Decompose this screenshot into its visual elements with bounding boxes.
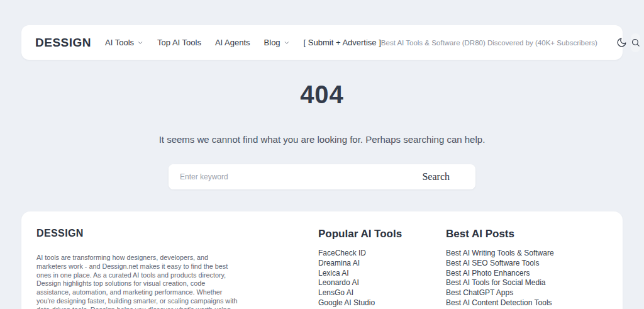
footer-column-title: Best AI Posts — [446, 228, 554, 240]
footer-about: DESSIGN AI tools are transforming how de… — [36, 228, 240, 309]
site-logo[interactable]: DESSIGN — [35, 36, 91, 50]
footer-link[interactable]: Best AI Photo Enhancers — [446, 269, 554, 279]
footer-column-best-posts: Best AI Posts Best AI Writing Tools & So… — [446, 228, 554, 309]
footer-link[interactable]: Google AI Studio — [318, 298, 446, 308]
footer: DESSIGN AI tools are transforming how de… — [21, 211, 623, 309]
search-bar: Search — [169, 164, 475, 189]
nav-item-top-ai-tools[interactable]: Top AI Tools — [157, 38, 201, 47]
error-code-heading: 404 — [0, 81, 644, 109]
chevron-down-icon — [284, 40, 290, 46]
nav-item-blog[interactable]: Blog — [264, 38, 290, 47]
footer-links-popular-tools: FaceCheck IDDreamina AILexica AILeonardo… — [318, 249, 446, 309]
chevron-down-icon — [137, 40, 143, 46]
nav-item-label: [ Submit + Advertise ] — [304, 38, 381, 47]
footer-column-title: Popular AI Tools — [318, 228, 446, 240]
main-content: 404 It seems we cannot find what you are… — [0, 81, 644, 189]
footer-link[interactable]: Best AI SEO Software Tools — [446, 259, 554, 269]
search-submit-button[interactable]: Search — [396, 164, 475, 189]
footer-description: AI tools are transforming how designers,… — [36, 254, 240, 309]
nav-item-label: Top AI Tools — [157, 38, 201, 47]
nav-item-submit-advertise[interactable]: [ Submit + Advertise ] — [304, 38, 381, 47]
main-nav: AI ToolsTop AI ToolsAI AgentsBlog[ Submi… — [105, 38, 381, 47]
footer-link[interactable]: Best AI Content Detection Tools — [446, 298, 554, 308]
footer-link[interactable]: FaceCheck ID — [318, 249, 446, 259]
footer-column-popular-tools: Popular AI Tools FaceCheck IDDreamina AI… — [318, 228, 446, 309]
footer-link[interactable]: Leonardo AI — [318, 278, 446, 288]
footer-link[interactable]: Dreamina AI — [318, 259, 446, 269]
header-search-button[interactable] — [631, 33, 640, 52]
footer-links-best-posts: Best AI Writing Tools & SoftwareBest AI … — [446, 249, 554, 309]
header-tagline: Best AI Tools & Software (DR80) Discover… — [381, 39, 597, 47]
footer-link[interactable]: Best AI Tools for Social Media — [446, 278, 554, 288]
moon-icon — [616, 37, 627, 48]
footer-logo[interactable]: DESSIGN — [36, 228, 240, 239]
nav-item-label: AI Tools — [105, 38, 134, 47]
footer-link[interactable]: Best ChatGPT Apps — [446, 288, 554, 298]
header: DESSIGN AI ToolsTop AI ToolsAI AgentsBlo… — [21, 25, 623, 60]
nav-item-label: AI Agents — [215, 38, 250, 47]
nav-item-label: Blog — [264, 38, 280, 47]
search-input[interactable] — [169, 164, 396, 189]
nav-item-ai-agents[interactable]: AI Agents — [215, 38, 250, 47]
dark-mode-toggle[interactable] — [616, 33, 627, 52]
footer-link[interactable]: Lexica AI — [318, 269, 446, 279]
error-message: It seems we cannot find what you are loo… — [0, 134, 644, 145]
footer-link[interactable]: Best AI Writing Tools & Software — [446, 249, 554, 259]
footer-link[interactable]: LensGo AI — [318, 288, 446, 298]
search-icon — [631, 38, 640, 47]
nav-item-ai-tools[interactable]: AI Tools — [105, 38, 143, 47]
